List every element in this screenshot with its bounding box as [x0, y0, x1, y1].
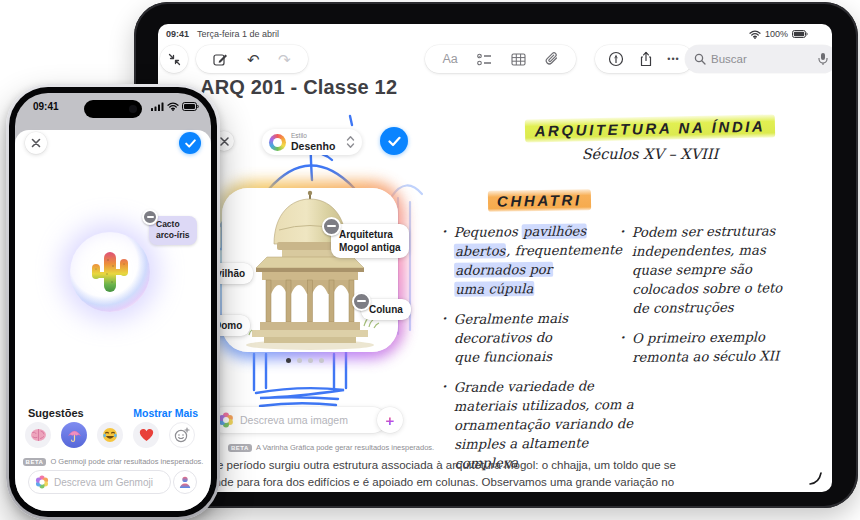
add-image-button[interactable]: + [377, 407, 403, 433]
person-genmoji-button[interactable] [173, 470, 197, 494]
notes-column-left: Pequenos pavilhões abertos, frequentemen… [444, 222, 634, 483]
suggestions-header: Sugestões Mostrar Mais [28, 407, 198, 419]
attachment-icon[interactable] [545, 52, 559, 66]
wifi-icon [167, 102, 179, 111]
genmoji-beta-note: BETA O Genmoji pode criar resultados ine… [15, 457, 211, 466]
genmoji-description-input[interactable]: Descreva um Genmoji [28, 470, 171, 494]
dynamic-island [84, 100, 142, 118]
ipad-screen: 09:41 Terça-feira 1 de abril 100% ↶ ↷ [158, 24, 832, 492]
checklist-icon[interactable] [477, 53, 492, 66]
page-dots[interactable] [286, 358, 324, 363]
iphone-time: 09:41 [33, 101, 59, 112]
image-input-placeholder: Descreva uma imagem [240, 414, 348, 426]
genmoji-close-button[interactable] [25, 132, 47, 154]
iphone-device: 09:41 [6, 84, 220, 520]
note-body-text: ste período surgiu outra estrutura assoc… [208, 457, 748, 490]
genmoji-input-placeholder: Descreva um Genmoji [54, 477, 153, 488]
genmoji-icon [35, 475, 49, 489]
note-bullet: O primeiro exemplo remonta ao século XII [622, 327, 812, 367]
ipad-status-bar: 09:41 Terça-feira 1 de abril [166, 29, 279, 39]
signal-icon [151, 102, 164, 111]
stage: 09:41 Terça-feira 1 de abril 100% ↶ ↷ [0, 0, 860, 520]
iphone-screen: 09:41 [15, 93, 211, 511]
remove-tag-button[interactable] [352, 292, 371, 311]
close-icon [220, 137, 229, 146]
ipad-status-right: 100% [749, 29, 808, 39]
tag-architecture[interactable]: ArquiteturaMogol antiga [331, 224, 409, 258]
add-genmoji-button[interactable] [169, 422, 195, 448]
mic-icon[interactable] [818, 52, 828, 66]
brain-emoji[interactable] [25, 422, 51, 448]
image-description-input[interactable]: Descreva uma imagem [210, 407, 386, 433]
handwritten-heading: ARQUITETURA NA ÍNDIA [488, 117, 812, 142]
markup-toolbar: ••• [595, 45, 693, 73]
share-icon[interactable] [639, 51, 653, 67]
style-picker[interactable]: Estilo Desenho [262, 129, 362, 155]
battery-icon [792, 30, 808, 38]
heart-emoji[interactable] [133, 422, 159, 448]
handwritten-subheading: Séculos XV – XVIII [488, 146, 812, 162]
search-placeholder: Buscar [711, 53, 813, 65]
table-icon[interactable] [511, 53, 526, 66]
ipad-device: 09:41 Terça-feira 1 de abril 100% ↶ ↷ [134, 2, 858, 508]
suggestions-label: Sugestões [28, 407, 84, 419]
ipad-time: 09:41 [166, 29, 189, 39]
close-icon [31, 138, 41, 148]
edit-toolbar: ↶ ↷ [196, 45, 308, 73]
check-icon [388, 136, 401, 147]
remove-tag-button[interactable] [322, 217, 341, 236]
notes-column-right: Podem ser estruturas independentes, mas … [622, 222, 812, 377]
emoji-suggestions [25, 422, 195, 448]
genmoji-confirm-button[interactable] [179, 132, 201, 154]
format-toolbar: Aa [425, 45, 576, 73]
compose-icon[interactable] [213, 52, 228, 67]
ipad-date: Terça-feira 1 de abril [197, 29, 279, 39]
style-label: Estilo [291, 133, 341, 140]
joy-emoji[interactable] [97, 422, 123, 448]
search-field[interactable]: Buscar [685, 45, 832, 73]
note-bullet: Geralmente mais decorativos do que funci… [444, 308, 635, 367]
note-bullet: Podem ser estruturas independentes, mas … [622, 221, 813, 318]
redo-icon[interactable]: ↷ [278, 52, 291, 67]
more-button[interactable]: ••• [667, 54, 679, 64]
note-bullet: Pequenos pavilhões abertos, frequentemen… [444, 221, 635, 299]
person-icon [179, 476, 191, 489]
wifi-icon [749, 30, 761, 39]
page-curl-icon[interactable] [808, 470, 824, 486]
rainbow-cactus-genmoji [90, 248, 130, 296]
show-more-link[interactable]: Mostrar Mais [133, 407, 198, 419]
text-format-button[interactable]: Aa [442, 52, 457, 66]
image-wand-icon [218, 412, 234, 428]
undo-icon[interactable]: ↶ [247, 52, 260, 67]
check-icon [185, 139, 196, 148]
ipad-battery-pct: 100% [765, 29, 788, 39]
collapse-button[interactable] [160, 45, 188, 73]
wand-beta-note: BETA A Varinha Gráfica pode gerar result… [228, 443, 434, 452]
search-icon [694, 53, 706, 65]
genmoji-sheet [15, 130, 211, 511]
umbrella-genmoji[interactable] [61, 422, 87, 448]
iphone-status-icons [151, 102, 199, 111]
remove-tag-button[interactable] [142, 209, 158, 225]
chevron-up-down-icon [346, 135, 355, 149]
wand-confirm-button[interactable] [380, 127, 408, 155]
collapse-icon [168, 53, 181, 66]
handwritten-section-title: CHHATRI [488, 191, 591, 211]
note-title: ARQ 201 - Classe 12 [200, 76, 397, 99]
pencil-markup-icon[interactable] [608, 51, 624, 67]
battery-icon [182, 102, 199, 111]
image-playground-icon [269, 134, 286, 151]
style-value: Desenho [291, 141, 341, 152]
